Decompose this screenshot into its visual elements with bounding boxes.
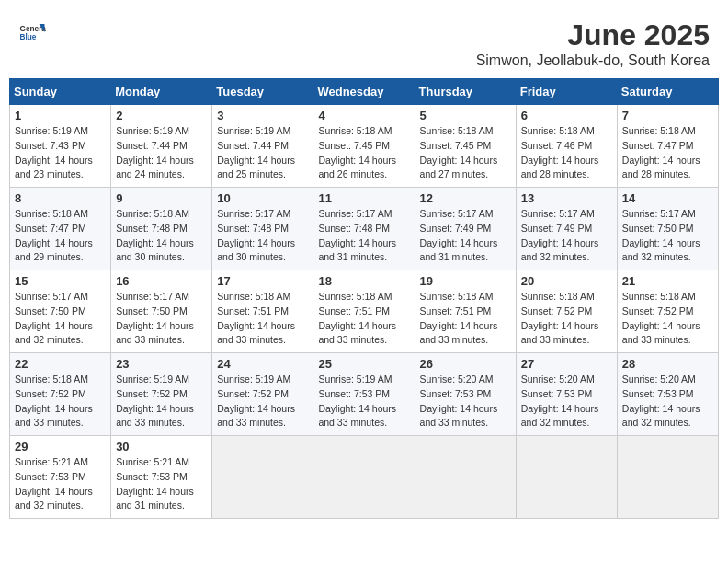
day-info: Sunrise: 5:17 AMSunset: 7:48 PMDaylight:… — [217, 207, 308, 265]
calendar-cell: 18Sunrise: 5:18 AMSunset: 7:51 PMDayligh… — [313, 270, 415, 353]
calendar-cell: 21Sunrise: 5:18 AMSunset: 7:52 PMDayligh… — [617, 270, 718, 353]
day-number: 19 — [420, 274, 511, 288]
day-info: Sunrise: 5:20 AMSunset: 7:53 PMDaylight:… — [521, 373, 612, 431]
calendar-cell: 3Sunrise: 5:19 AMSunset: 7:44 PMDaylight… — [212, 105, 313, 188]
day-info: Sunrise: 5:18 AMSunset: 7:45 PMDaylight:… — [420, 124, 511, 182]
day-number: 17 — [217, 274, 308, 288]
day-number: 21 — [622, 274, 713, 288]
day-info: Sunrise: 5:19 AMSunset: 7:44 PMDaylight:… — [116, 124, 207, 182]
calendar-cell: 9Sunrise: 5:18 AMSunset: 7:48 PMDaylight… — [111, 188, 212, 270]
day-info: Sunrise: 5:17 AMSunset: 7:50 PMDaylight:… — [15, 290, 106, 348]
day-info: Sunrise: 5:18 AMSunset: 7:51 PMDaylight:… — [318, 290, 409, 348]
calendar-week-row: 1Sunrise: 5:19 AMSunset: 7:43 PMDaylight… — [10, 105, 719, 188]
day-number: 24 — [217, 357, 308, 371]
calendar-cell — [617, 436, 718, 519]
calendar-week-row: 22Sunrise: 5:18 AMSunset: 7:52 PMDayligh… — [10, 353, 719, 436]
day-number: 28 — [622, 357, 713, 371]
day-info: Sunrise: 5:17 AMSunset: 7:50 PMDaylight:… — [622, 207, 713, 265]
day-of-week-header: Wednesday — [313, 79, 415, 105]
calendar-cell: 25Sunrise: 5:19 AMSunset: 7:53 PMDayligh… — [313, 353, 415, 436]
day-number: 3 — [217, 109, 308, 122]
calendar-title: June 2025 — [476, 18, 710, 52]
day-number: 14 — [622, 191, 713, 205]
calendar-cell: 28Sunrise: 5:20 AMSunset: 7:53 PMDayligh… — [617, 353, 718, 436]
day-info: Sunrise: 5:17 AMSunset: 7:50 PMDaylight:… — [116, 290, 207, 348]
calendar-subtitle: Simwon, Jeollabuk-do, South Korea — [476, 52, 710, 69]
day-info: Sunrise: 5:19 AMSunset: 7:52 PMDaylight:… — [116, 373, 207, 431]
day-info: Sunrise: 5:19 AMSunset: 7:52 PMDaylight:… — [217, 373, 308, 431]
day-number: 27 — [521, 357, 612, 371]
calendar-cell: 27Sunrise: 5:20 AMSunset: 7:53 PMDayligh… — [516, 353, 617, 436]
day-info: Sunrise: 5:18 AMSunset: 7:46 PMDaylight:… — [521, 124, 612, 182]
day-number: 11 — [318, 191, 409, 205]
day-number: 20 — [521, 274, 612, 288]
day-number: 9 — [116, 191, 207, 205]
calendar-cell: 5Sunrise: 5:18 AMSunset: 7:45 PMDaylight… — [415, 105, 516, 188]
day-number: 7 — [622, 109, 713, 122]
logo-icon: General Blue — [18, 18, 46, 46]
day-number: 1 — [15, 109, 106, 122]
calendar-cell: 10Sunrise: 5:17 AMSunset: 7:48 PMDayligh… — [212, 188, 313, 270]
day-info: Sunrise: 5:19 AMSunset: 7:43 PMDaylight:… — [15, 124, 106, 182]
day-info: Sunrise: 5:18 AMSunset: 7:45 PMDaylight:… — [318, 124, 409, 182]
day-number: 18 — [318, 274, 409, 288]
day-number: 29 — [15, 440, 106, 454]
calendar-week-row: 29Sunrise: 5:21 AMSunset: 7:53 PMDayligh… — [10, 436, 719, 519]
day-info: Sunrise: 5:18 AMSunset: 7:47 PMDaylight:… — [15, 207, 106, 265]
svg-text:Blue: Blue — [20, 33, 37, 41]
calendar-week-row: 15Sunrise: 5:17 AMSunset: 7:50 PMDayligh… — [10, 270, 719, 353]
page-header: General Blue June 2025 Simwon, Jeollabuk… — [9, 9, 719, 74]
calendar-cell: 4Sunrise: 5:18 AMSunset: 7:45 PMDaylight… — [313, 105, 415, 188]
calendar-cell: 17Sunrise: 5:18 AMSunset: 7:51 PMDayligh… — [212, 270, 313, 353]
calendar-header-row: SundayMondayTuesdayWednesdayThursdayFrid… — [10, 79, 719, 105]
day-number: 25 — [318, 357, 409, 371]
day-number: 15 — [15, 274, 106, 288]
day-info: Sunrise: 5:18 AMSunset: 7:52 PMDaylight:… — [521, 290, 612, 348]
day-info: Sunrise: 5:18 AMSunset: 7:51 PMDaylight:… — [217, 290, 308, 348]
day-number: 2 — [116, 109, 207, 122]
day-info: Sunrise: 5:18 AMSunset: 7:52 PMDaylight:… — [622, 290, 713, 348]
day-number: 4 — [318, 109, 409, 122]
calendar-cell: 23Sunrise: 5:19 AMSunset: 7:52 PMDayligh… — [111, 353, 212, 436]
day-number: 12 — [420, 191, 511, 205]
day-info: Sunrise: 5:18 AMSunset: 7:52 PMDaylight:… — [15, 373, 106, 431]
calendar-table: SundayMondayTuesdayWednesdayThursdayFrid… — [9, 78, 719, 519]
calendar-cell: 22Sunrise: 5:18 AMSunset: 7:52 PMDayligh… — [10, 353, 111, 436]
day-info: Sunrise: 5:19 AMSunset: 7:44 PMDaylight:… — [217, 124, 308, 182]
day-number: 8 — [15, 191, 106, 205]
day-number: 5 — [420, 109, 511, 122]
calendar-cell: 16Sunrise: 5:17 AMSunset: 7:50 PMDayligh… — [111, 270, 212, 353]
calendar-cell — [415, 436, 516, 519]
day-number: 13 — [521, 191, 612, 205]
calendar-cell: 6Sunrise: 5:18 AMSunset: 7:46 PMDaylight… — [516, 105, 617, 188]
calendar-cell: 1Sunrise: 5:19 AMSunset: 7:43 PMDaylight… — [10, 105, 111, 188]
day-info: Sunrise: 5:21 AMSunset: 7:53 PMDaylight:… — [116, 455, 207, 513]
calendar-cell: 11Sunrise: 5:17 AMSunset: 7:48 PMDayligh… — [313, 188, 415, 270]
calendar-cell: 14Sunrise: 5:17 AMSunset: 7:50 PMDayligh… — [617, 188, 718, 270]
day-info: Sunrise: 5:18 AMSunset: 7:48 PMDaylight:… — [116, 207, 207, 265]
calendar-cell: 2Sunrise: 5:19 AMSunset: 7:44 PMDaylight… — [111, 105, 212, 188]
day-info: Sunrise: 5:17 AMSunset: 7:49 PMDaylight:… — [420, 207, 511, 265]
day-number: 22 — [15, 357, 106, 371]
day-of-week-header: Tuesday — [212, 79, 313, 105]
day-info: Sunrise: 5:20 AMSunset: 7:53 PMDaylight:… — [420, 373, 511, 431]
day-number: 30 — [116, 440, 207, 454]
day-info: Sunrise: 5:17 AMSunset: 7:48 PMDaylight:… — [318, 207, 409, 265]
title-block: June 2025 Simwon, Jeollabuk-do, South Ko… — [476, 18, 710, 69]
day-number: 6 — [521, 109, 612, 122]
calendar-cell: 8Sunrise: 5:18 AMSunset: 7:47 PMDaylight… — [10, 188, 111, 270]
day-info: Sunrise: 5:18 AMSunset: 7:51 PMDaylight:… — [420, 290, 511, 348]
calendar-cell — [516, 436, 617, 519]
calendar-cell: 24Sunrise: 5:19 AMSunset: 7:52 PMDayligh… — [212, 353, 313, 436]
calendar-cell: 12Sunrise: 5:17 AMSunset: 7:49 PMDayligh… — [415, 188, 516, 270]
calendar-cell: 13Sunrise: 5:17 AMSunset: 7:49 PMDayligh… — [516, 188, 617, 270]
calendar-cell: 19Sunrise: 5:18 AMSunset: 7:51 PMDayligh… — [415, 270, 516, 353]
calendar-cell — [212, 436, 313, 519]
day-info: Sunrise: 5:18 AMSunset: 7:47 PMDaylight:… — [622, 124, 713, 182]
calendar-cell: 7Sunrise: 5:18 AMSunset: 7:47 PMDaylight… — [617, 105, 718, 188]
logo: General Blue — [18, 18, 46, 46]
day-number: 16 — [116, 274, 207, 288]
calendar-cell — [313, 436, 415, 519]
day-of-week-header: Friday — [516, 79, 617, 105]
calendar-cell: 30Sunrise: 5:21 AMSunset: 7:53 PMDayligh… — [111, 436, 212, 519]
